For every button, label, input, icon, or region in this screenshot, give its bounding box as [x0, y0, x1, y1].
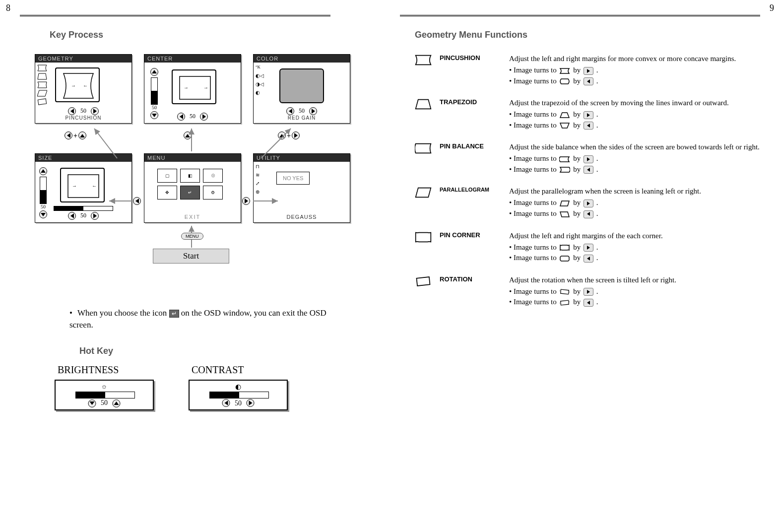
osd-title-utility: UTILITY	[254, 154, 350, 162]
osd-sublabel-menu: EXIT	[144, 214, 241, 220]
function-bullet: Image turns to by .	[509, 77, 760, 86]
osd-title-center: CENTER	[144, 55, 241, 63]
right-button-icon	[584, 200, 593, 207]
exit-instruction: When you choose the icon on the OSD wind…	[69, 307, 350, 331]
page-number-right: 9	[770, 3, 774, 13]
right-button-icon	[584, 111, 593, 119]
svg-rect-19	[561, 300, 569, 305]
svg-text:↑: ↑	[559, 302, 561, 305]
hotkey-label-brightness: BRIGHTNESS	[55, 364, 154, 376]
pincushion-icon	[415, 54, 435, 87]
function-desc: Adjust the left and right margins for mo…	[509, 54, 760, 63]
start-box: Start	[153, 249, 229, 264]
hotkey-value-brightness: 50	[101, 399, 108, 406]
osd-value-geometry: 50	[80, 107, 86, 114]
tilt-cw-icon: ↓↑	[559, 288, 570, 295]
function-name: TRAPEZOID	[440, 98, 504, 132]
nav-combo-up	[184, 132, 192, 139]
trapezoid-narrow-top-icon	[559, 112, 570, 119]
section-title-hotkey: Hot Key	[79, 346, 370, 356]
lean-left-icon	[559, 211, 570, 218]
left-arrow-icon	[65, 132, 72, 139]
moire-icon: ≋	[256, 172, 265, 179]
osd-title-menu: MENU	[144, 154, 241, 162]
svg-text:←: ←	[92, 183, 97, 189]
function-bullet: Image turns to by .	[509, 199, 760, 207]
function-bullet: Image turns to by .	[509, 243, 760, 252]
color-icon-stack: °K ◐◁ ◑◁ ◐	[256, 65, 267, 97]
bow-right-icon	[559, 156, 570, 163]
svg-text:→: →	[72, 183, 77, 189]
svg-text:←: ←	[83, 83, 88, 88]
function-row-rotation: ROTATION Adjust the rotation when the sc…	[415, 275, 760, 309]
function-list: PINCUSHION Adjust the left and right mar…	[415, 54, 760, 309]
osd-panel-utility: UTILITY ⊓ ≋ ⤢ ⊕ NO YES DEGAUSS	[253, 153, 350, 223]
function-name: PARALLELOGRAM	[440, 187, 504, 220]
osd-panel-center: CENTER 50 →→ 50	[144, 54, 241, 124]
concave-shape-icon	[559, 78, 570, 85]
right-arrow-icon	[91, 212, 99, 220]
page-number-left: 8	[6, 3, 10, 13]
circle-icon: ◐	[256, 90, 265, 97]
menu-item-icon: ◧	[180, 169, 200, 183]
function-row-pinbalance: PIN BALANCE Adjust the side balance when…	[415, 142, 760, 176]
left-button-icon	[584, 122, 593, 130]
exit-icon	[169, 310, 179, 318]
function-bullet: Image turns to by .	[509, 110, 760, 119]
nav-combo-left	[133, 197, 141, 205]
svg-text:↓: ↓	[569, 300, 570, 303]
brightness-icon: ☼	[101, 383, 108, 391]
left-arrow-icon	[286, 107, 294, 115]
function-bullet: Image turns to ↑↓ by .	[509, 298, 760, 307]
function-name: PIN CORNER	[440, 231, 504, 265]
plus-label: +	[287, 132, 291, 139]
contrast-icon: ◐	[235, 383, 241, 391]
left-arrow-icon	[222, 399, 230, 407]
osd-diagram: GEOMETRY →←	[35, 54, 362, 282]
up-arrow-icon	[78, 132, 86, 139]
osd-value-center: 50	[190, 113, 195, 120]
function-desc: Adjust the trapezoid of the screen by mo…	[509, 98, 760, 107]
globe-icon: ⊕	[256, 189, 265, 196]
left-button-icon	[584, 299, 593, 307]
menu-item-icon: ⚙	[203, 186, 223, 200]
up-arrow-icon	[113, 399, 121, 407]
page-left: 8 Key Process GEOMETRY	[0, 0, 390, 532]
nav-combo-up-right: +	[278, 132, 300, 139]
hotkey-brightness: BRIGHTNESS ☼ 50	[55, 364, 154, 410]
right-button-icon	[584, 244, 593, 252]
lean-right-icon	[559, 200, 570, 207]
function-row-pincorner: PIN CORNER Adjust the left and right mar…	[415, 231, 760, 265]
osd-sublabel-utility: DEGAUSS	[254, 214, 350, 220]
size-preview: →←	[60, 168, 105, 202]
menu-item-exit-icon: ↵	[180, 186, 200, 200]
menu-item-icon: ▢	[157, 169, 177, 183]
svg-text:↓: ↓	[559, 289, 561, 292]
function-bullet: Image turns to ↓↑ by .	[509, 287, 760, 296]
geometry-icon-stack	[37, 65, 49, 105]
down-arrow-icon	[88, 399, 96, 407]
up-arrow-icon	[184, 132, 192, 139]
osd-panel-geometry: GEOMETRY →←	[35, 54, 132, 124]
left-button-icon	[584, 166, 593, 174]
page-rule	[400, 15, 760, 16]
right-button-icon	[584, 67, 593, 75]
magnet-icon: ⊓	[256, 164, 265, 171]
page-right: 9 Geometry Menu Functions PINCUSHION Adj…	[390, 0, 780, 532]
section-title-key-process: Key Process	[50, 30, 370, 40]
function-desc: Adjust the rotation when the screen is t…	[509, 275, 760, 284]
menu-icon-grid: ▢ ◧ ⦾ ✥ ↵ ⚙	[157, 169, 223, 200]
svg-rect-16	[561, 289, 569, 294]
right-arrow-icon	[242, 197, 250, 205]
center-preview: →→	[172, 69, 216, 104]
osd-sublabel-geometry: PINCUSHION	[35, 115, 131, 121]
left-arrow-icon	[177, 113, 185, 121]
corner-in-icon	[559, 255, 570, 262]
corner-out-icon	[559, 244, 570, 251]
menu-item-icon: ⦾	[203, 169, 223, 183]
trapezoid-wide-top-icon	[559, 122, 570, 129]
function-bullet: Image turns to by .	[509, 209, 760, 218]
left-arrow-icon	[68, 212, 76, 220]
function-name: PIN BALANCE	[440, 142, 504, 176]
svg-text:→: →	[71, 83, 76, 88]
